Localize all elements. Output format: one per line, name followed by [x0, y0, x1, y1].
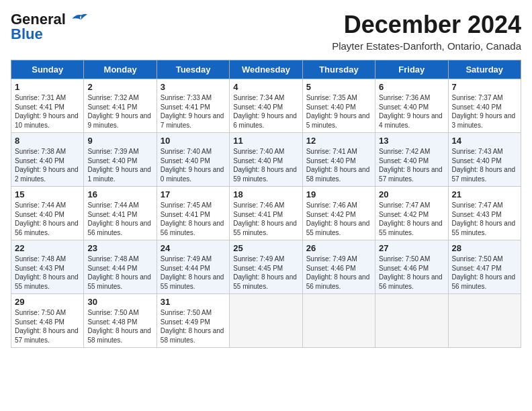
cell-content: Sunrise: 7:46 AMSunset: 4:42 PMDaylight:…: [306, 201, 371, 237]
cell-content: Sunrise: 7:41 AMSunset: 4:40 PMDaylight:…: [306, 147, 371, 183]
day-number: 24: [161, 243, 226, 253]
day-number: 29: [15, 297, 80, 307]
calendar-cell: 25Sunrise: 7:49 AMSunset: 4:45 PMDayligh…: [230, 240, 302, 294]
calendar-cell: 3Sunrise: 7:33 AMSunset: 4:41 PMDaylight…: [157, 79, 229, 133]
day-number: 1: [15, 82, 80, 92]
day-number: 28: [452, 243, 517, 253]
day-number: 10: [161, 136, 226, 146]
calendar-cell: 24Sunrise: 7:49 AMSunset: 4:44 PMDayligh…: [157, 240, 229, 294]
calendar-cell: 28Sunrise: 7:50 AMSunset: 4:47 PMDayligh…: [448, 240, 521, 294]
col-header-monday: Monday: [84, 60, 157, 79]
calendar-cell: 2Sunrise: 7:32 AMSunset: 4:41 PMDaylight…: [84, 79, 157, 133]
cell-content: Sunrise: 7:37 AMSunset: 4:40 PMDaylight:…: [452, 93, 517, 130]
day-number: 22: [15, 243, 80, 253]
cell-content: Sunrise: 7:49 AMSunset: 4:45 PMDaylight:…: [233, 255, 298, 291]
cell-content: Sunrise: 7:34 AMSunset: 4:40 PMDaylight:…: [233, 93, 298, 130]
cell-content: Sunrise: 7:38 AMSunset: 4:40 PMDaylight:…: [15, 147, 80, 183]
calendar-week-row: 15Sunrise: 7:44 AMSunset: 4:40 PMDayligh…: [11, 187, 521, 240]
day-number: 4: [233, 82, 298, 92]
day-number: 2: [87, 82, 152, 92]
calendar-cell: 16Sunrise: 7:44 AMSunset: 4:41 PMDayligh…: [84, 187, 157, 240]
calendar-cell: 29Sunrise: 7:50 AMSunset: 4:48 PMDayligh…: [11, 294, 84, 348]
col-header-saturday: Saturday: [448, 60, 521, 79]
col-header-sunday: Sunday: [11, 60, 84, 79]
day-number: 3: [161, 82, 226, 92]
cell-content: Sunrise: 7:43 AMSunset: 4:40 PMDaylight:…: [452, 147, 517, 183]
cell-content: Sunrise: 7:44 AMSunset: 4:41 PMDaylight:…: [87, 201, 152, 237]
calendar-cell: [302, 294, 375, 348]
cell-content: Sunrise: 7:47 AMSunset: 4:43 PMDaylight:…: [452, 201, 517, 237]
day-number: 11: [233, 136, 298, 146]
calendar-cell: 26Sunrise: 7:49 AMSunset: 4:46 PMDayligh…: [302, 240, 375, 294]
logo-bird-icon: [67, 11, 87, 25]
cell-content: Sunrise: 7:46 AMSunset: 4:41 PMDaylight:…: [233, 201, 298, 237]
day-number: 21: [452, 189, 517, 199]
calendar-week-row: 1Sunrise: 7:31 AMSunset: 4:41 PMDaylight…: [11, 79, 521, 133]
cell-content: Sunrise: 7:35 AMSunset: 4:40 PMDaylight:…: [306, 93, 371, 130]
calendar-cell: 8Sunrise: 7:38 AMSunset: 4:40 PMDaylight…: [11, 133, 84, 187]
logo: General Blue: [11, 11, 87, 43]
col-header-friday: Friday: [375, 60, 448, 79]
logo-blue: Blue: [11, 26, 43, 43]
cell-content: Sunrise: 7:49 AMSunset: 4:46 PMDaylight:…: [306, 255, 371, 291]
cell-content: Sunrise: 7:40 AMSunset: 4:40 PMDaylight:…: [161, 147, 226, 183]
day-number: 31: [161, 297, 226, 307]
cell-content: Sunrise: 7:49 AMSunset: 4:44 PMDaylight:…: [161, 255, 226, 291]
day-number: 25: [233, 243, 298, 253]
day-number: 23: [87, 243, 152, 253]
day-number: 13: [379, 136, 444, 146]
cell-content: Sunrise: 7:50 AMSunset: 4:47 PMDaylight:…: [452, 255, 517, 291]
calendar-week-row: 22Sunrise: 7:48 AMSunset: 4:43 PMDayligh…: [11, 240, 521, 294]
cell-content: Sunrise: 7:32 AMSunset: 4:41 PMDaylight:…: [87, 93, 152, 130]
calendar-cell: 23Sunrise: 7:48 AMSunset: 4:44 PMDayligh…: [84, 240, 157, 294]
cell-content: Sunrise: 7:42 AMSunset: 4:40 PMDaylight:…: [379, 147, 444, 183]
calendar-cell: [448, 294, 521, 348]
cell-content: Sunrise: 7:48 AMSunset: 4:44 PMDaylight:…: [87, 255, 152, 291]
day-number: 8: [15, 136, 80, 146]
day-number: 12: [306, 136, 371, 146]
cell-content: Sunrise: 7:36 AMSunset: 4:40 PMDaylight:…: [379, 93, 444, 130]
calendar-cell: 17Sunrise: 7:45 AMSunset: 4:41 PMDayligh…: [157, 187, 229, 240]
calendar-cell: 19Sunrise: 7:46 AMSunset: 4:42 PMDayligh…: [302, 187, 375, 240]
calendar-cell: 5Sunrise: 7:35 AMSunset: 4:40 PMDaylight…: [302, 79, 375, 133]
cell-content: Sunrise: 7:50 AMSunset: 4:48 PMDaylight:…: [87, 308, 152, 345]
calendar-cell: 18Sunrise: 7:46 AMSunset: 4:41 PMDayligh…: [230, 187, 302, 240]
month-title: December 2024: [332, 11, 521, 39]
calendar-cell: [375, 294, 448, 348]
calendar-cell: 6Sunrise: 7:36 AMSunset: 4:40 PMDaylight…: [375, 79, 448, 133]
calendar-cell: 30Sunrise: 7:50 AMSunset: 4:48 PMDayligh…: [84, 294, 157, 348]
calendar-cell: [230, 294, 302, 348]
cell-content: Sunrise: 7:44 AMSunset: 4:40 PMDaylight:…: [15, 201, 80, 237]
calendar-week-row: 8Sunrise: 7:38 AMSunset: 4:40 PMDaylight…: [11, 133, 521, 187]
cell-content: Sunrise: 7:50 AMSunset: 4:49 PMDaylight:…: [161, 308, 226, 345]
day-number: 20: [379, 189, 444, 199]
location-subtitle: Playter Estates-Danforth, Ontario, Canad…: [332, 40, 521, 52]
cell-content: Sunrise: 7:50 AMSunset: 4:46 PMDaylight:…: [379, 255, 444, 291]
col-header-thursday: Thursday: [302, 60, 375, 79]
day-number: 16: [87, 189, 152, 199]
day-number: 6: [379, 82, 444, 92]
day-number: 30: [87, 297, 152, 307]
calendar-cell: 21Sunrise: 7:47 AMSunset: 4:43 PMDayligh…: [448, 187, 521, 240]
calendar-cell: 20Sunrise: 7:47 AMSunset: 4:42 PMDayligh…: [375, 187, 448, 240]
day-number: 19: [306, 189, 371, 199]
cell-content: Sunrise: 7:45 AMSunset: 4:41 PMDaylight:…: [161, 201, 226, 237]
day-number: 7: [452, 82, 517, 92]
calendar-cell: 12Sunrise: 7:41 AMSunset: 4:40 PMDayligh…: [302, 133, 375, 187]
col-header-wednesday: Wednesday: [230, 60, 302, 79]
calendar-cell: 11Sunrise: 7:40 AMSunset: 4:40 PMDayligh…: [230, 133, 302, 187]
calendar-cell: 9Sunrise: 7:39 AMSunset: 4:40 PMDaylight…: [84, 133, 157, 187]
calendar-cell: 10Sunrise: 7:40 AMSunset: 4:40 PMDayligh…: [157, 133, 229, 187]
cell-content: Sunrise: 7:31 AMSunset: 4:41 PMDaylight:…: [15, 93, 80, 130]
cell-content: Sunrise: 7:47 AMSunset: 4:42 PMDaylight:…: [379, 201, 444, 237]
calendar-cell: 14Sunrise: 7:43 AMSunset: 4:40 PMDayligh…: [448, 133, 521, 187]
day-number: 27: [379, 243, 444, 253]
calendar-cell: 1Sunrise: 7:31 AMSunset: 4:41 PMDaylight…: [11, 79, 84, 133]
cell-content: Sunrise: 7:48 AMSunset: 4:43 PMDaylight:…: [15, 255, 80, 291]
calendar-cell: 7Sunrise: 7:37 AMSunset: 4:40 PMDaylight…: [448, 79, 521, 133]
col-header-tuesday: Tuesday: [157, 60, 229, 79]
day-number: 17: [161, 189, 226, 199]
day-number: 15: [15, 189, 80, 199]
day-number: 14: [452, 136, 517, 146]
calendar-cell: 22Sunrise: 7:48 AMSunset: 4:43 PMDayligh…: [11, 240, 84, 294]
